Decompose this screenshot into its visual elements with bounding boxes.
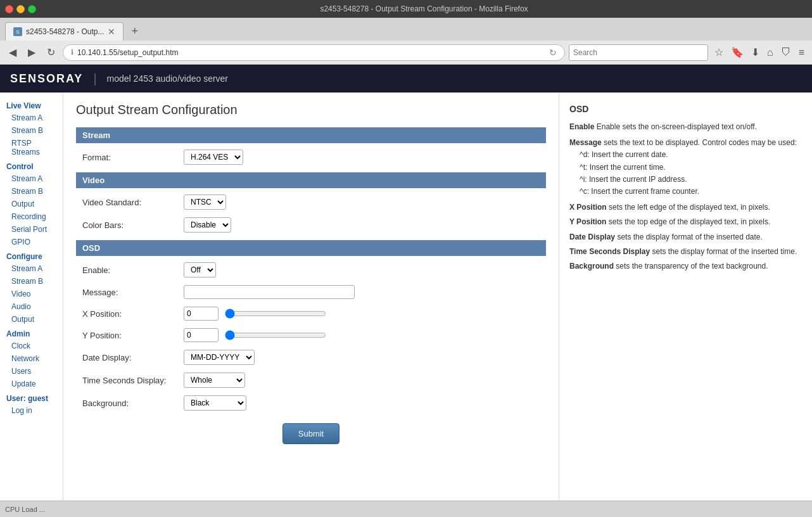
sidebar-item-stream-a-lv[interactable]: Stream A	[0, 112, 63, 124]
search-input[interactable]	[569, 44, 708, 61]
sidebar-item-gpio[interactable]: GPIO	[0, 236, 63, 248]
help-time-label: Time Seconds Display	[569, 247, 650, 256]
ypos-slider[interactable]	[225, 330, 326, 340]
time-seconds-select[interactable]: Whole Tenths Hundredths Off	[184, 373, 245, 388]
sidebar-item-configure-output[interactable]: Output	[0, 313, 63, 326]
format-select[interactable]: H.264 VES H.264 ES MPEG-4 MJPEG	[184, 150, 243, 165]
ypos-row: Y Position:	[76, 328, 546, 342]
traffic-lights	[5, 5, 36, 13]
active-tab[interactable]: S s2453-548278 - Outp... ✕	[5, 22, 124, 41]
sidebar-item-stream-b-lv[interactable]: Stream B	[0, 124, 63, 137]
bookmarks-icon[interactable]: 🔖	[728, 45, 746, 60]
help-date-text: sets the display format of the inserted …	[617, 233, 762, 241]
forward-button[interactable]: ▶	[24, 44, 39, 61]
stream-section-header: Stream	[76, 127, 546, 143]
menu-icon[interactable]: ≡	[796, 45, 807, 60]
help-panel: OSD Enable Enable sets the on-screen-dis…	[559, 93, 812, 501]
browser-titlebar: s2453-548278 - Output Stream Configurati…	[0, 0, 812, 18]
ypos-number-input[interactable]	[184, 328, 219, 342]
video-standard-select[interactable]: NTSC PAL	[184, 195, 226, 210]
minimize-button[interactable]	[16, 5, 25, 13]
sidebar-item-configure-stream-a[interactable]: Stream A	[0, 262, 63, 275]
close-button[interactable]	[5, 5, 13, 13]
home-icon[interactable]: ⌂	[764, 45, 776, 60]
browser-tabbar: S s2453-548278 - Outp... ✕ +	[0, 18, 812, 41]
help-bg-text: sets the transparency of the text backgr…	[616, 262, 768, 271]
sidebar-item-rtsp[interactable]: RTSP Streams	[0, 137, 63, 158]
help-title: OSD	[569, 103, 802, 116]
download-icon[interactable]: ⬇	[749, 45, 762, 60]
sidebar-item-users[interactable]: Users	[0, 365, 63, 378]
sidebar-item-control-stream-a[interactable]: Stream A	[0, 172, 63, 185]
format-row: Format: H.264 VES H.264 ES MPEG-4 MJPEG	[76, 150, 546, 165]
enable-label: Enable:	[82, 265, 184, 275]
app-logo: SENSORAY	[10, 72, 83, 86]
date-display-select[interactable]: MM-DD-YYYY DD-MM-YYYY YYYY-MM-DD Off	[184, 350, 255, 365]
time-seconds-row: Time Seconds Display: Whole Tenths Hundr…	[76, 373, 546, 388]
help-enable-text: Enable sets the on-screen-displayed text…	[597, 122, 757, 131]
sidebar-item-configure-audio[interactable]: Audio	[0, 300, 63, 313]
app-subtitle: model 2453 audio/video server	[107, 73, 228, 84]
reload-button[interactable]: ↻	[43, 44, 59, 61]
content-area: Output Stream Configuration Stream Forma…	[63, 93, 559, 501]
help-content: Enable Enable sets the on-screen-display…	[569, 121, 802, 272]
help-code-i: ^i: Insert the current IP address.	[569, 174, 802, 186]
background-select[interactable]: Black Gray White Transparent	[184, 395, 246, 411]
help-time-text: sets the display format of the inserted …	[652, 247, 797, 256]
help-code-c: ^c: Insert the current frame counter.	[569, 186, 802, 198]
sidebar-item-network[interactable]: Network	[0, 352, 63, 365]
submit-button[interactable]: Submit	[282, 423, 339, 444]
sidebar-item-control-output[interactable]: Output	[0, 198, 63, 210]
url-bar[interactable]: ℹ 10.140.1.55/setup_output.htm ↻	[63, 44, 565, 61]
sidebar-section-configure: Configure	[0, 248, 63, 262]
message-row: Message:	[76, 285, 546, 299]
enable-select[interactable]: Off On	[184, 262, 216, 278]
video-standard-row: Video Standard: NTSC PAL	[76, 195, 546, 210]
color-bars-row: Color Bars: Disable Enable	[76, 217, 546, 233]
cpu-load-text: CPU Load ...	[5, 506, 45, 513]
xpos-slider[interactable]	[225, 309, 326, 319]
help-enable-label: Enable	[569, 122, 594, 131]
background-label: Background:	[82, 399, 184, 408]
sidebar-section-live-view: Live View	[0, 98, 63, 112]
format-label: Format:	[82, 153, 184, 162]
refresh-icon[interactable]: ↻	[549, 48, 557, 58]
sidebar-item-clock[interactable]: Clock	[0, 340, 63, 352]
help-message-label: Message	[569, 138, 602, 147]
sidebar-item-configure-stream-b[interactable]: Stream B	[0, 275, 63, 288]
date-display-label: Date Display:	[82, 353, 184, 362]
help-code-t: ^t: Insert the current time.	[569, 162, 802, 174]
date-display-row: Date Display: MM-DD-YYYY DD-MM-YYYY YYYY…	[76, 350, 546, 365]
sidebar-item-configure-video[interactable]: Video	[0, 288, 63, 300]
sidebar-item-control-stream-b[interactable]: Stream B	[0, 185, 63, 198]
video-section-header: Video	[76, 172, 546, 188]
background-row: Background: Black Gray White Transparent	[76, 395, 546, 411]
help-date-label: Date Display	[569, 233, 615, 241]
toolbar-icons: ☆ 🔖 ⬇ ⌂ ⛉ ≡	[712, 45, 807, 60]
sidebar-item-update[interactable]: Update	[0, 378, 63, 390]
sidebar-section-control: Control	[0, 158, 63, 172]
back-button[interactable]: ◀	[5, 44, 20, 61]
bookmark-icon[interactable]: ☆	[712, 45, 726, 60]
browser-toolbar: ◀ ▶ ↻ ℹ 10.140.1.55/setup_output.htm ↻ ☆…	[0, 41, 812, 65]
url-text: 10.140.1.55/setup_output.htm	[77, 48, 545, 57]
new-tab-button[interactable]: +	[126, 22, 143, 41]
sidebar-item-logout[interactable]: Log in	[0, 404, 63, 417]
message-input[interactable]	[184, 285, 355, 299]
tab-label: s2453-548278 - Outp...	[26, 27, 104, 36]
tab-favicon: S	[13, 27, 22, 36]
color-bars-select[interactable]: Disable Enable	[184, 217, 231, 233]
message-label: Message:	[82, 288, 184, 297]
xpos-number-input[interactable]	[184, 307, 219, 321]
enable-row: Enable: Off On	[76, 262, 546, 278]
osd-section-header: OSD	[76, 240, 546, 256]
tab-close-icon[interactable]: ✕	[108, 27, 115, 37]
help-xpos-label: X Position	[569, 203, 607, 212]
maximize-button[interactable]	[28, 5, 36, 13]
sidebar-item-serial-port[interactable]: Serial Port	[0, 223, 63, 236]
shield-icon[interactable]: ⛉	[778, 45, 794, 60]
ypos-label: Y Position:	[82, 331, 184, 340]
help-code-d: ^d: Insert the current date.	[569, 149, 802, 161]
sidebar-item-recording[interactable]: Recording	[0, 210, 63, 223]
logo-divider: |	[93, 72, 96, 86]
